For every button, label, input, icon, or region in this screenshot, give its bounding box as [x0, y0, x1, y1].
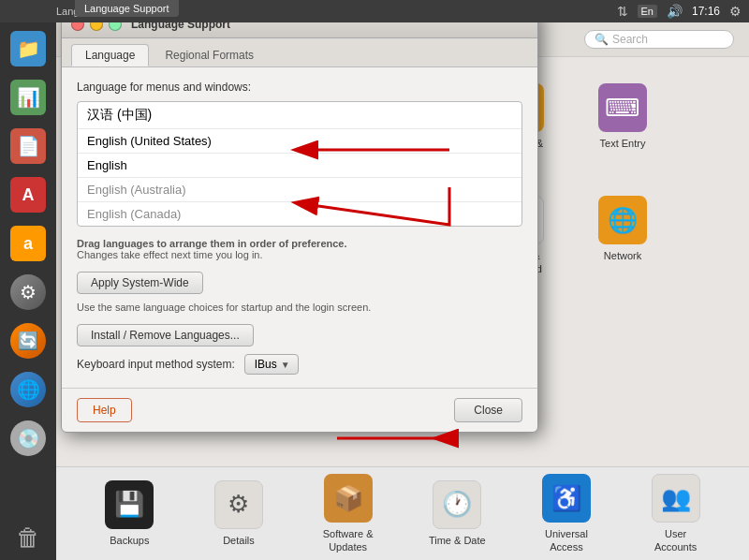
backups-label: Backups: [110, 535, 149, 547]
time-date-label: Time & Date: [429, 535, 486, 547]
search-placeholder: Search: [612, 33, 648, 46]
dialog-tabs: Language Regional Formats: [62, 38, 537, 67]
tooltip-bar: Language Support: [75, 0, 179, 17]
sidebar: 📁 📊 📄 A a ⚙ 🔄 🌐 💿 🗑: [0, 0, 56, 560]
tooltip-text: Language Support: [84, 3, 169, 14]
apply-system-wide-btn[interactable]: Apply System-Wide: [77, 272, 203, 294]
settings-text-entry[interactable]: ⌨ Text Entry: [580, 76, 665, 157]
language-support-dialog: Language Support Language Regional Forma…: [61, 9, 538, 433]
top-bar-right: ⇅ En 🔊 17:16 ⚙: [617, 4, 742, 19]
drag-hint-bold: Drag languages to arrange them in order …: [77, 238, 522, 249]
sidebar-item-document[interactable]: 📄: [6, 124, 51, 169]
software-updates-label: Software &Updates: [323, 528, 374, 553]
sidebar-item-trash[interactable]: 🗑: [6, 515, 51, 560]
keyboard-label: Keyboard input method system:: [77, 358, 235, 371]
settings-details[interactable]: ⚙ Details: [201, 480, 276, 547]
backups-icon: 💾: [114, 490, 144, 519]
settings-universal-access[interactable]: ♿ UniversalAccess: [529, 474, 604, 553]
lang-item-english-au[interactable]: English (Australia): [78, 178, 521, 202]
language-indicator[interactable]: En: [638, 5, 657, 18]
lang-item-english[interactable]: English: [78, 154, 521, 178]
sidebar-item-files[interactable]: 📁: [6, 26, 51, 71]
details-label: Details: [223, 535, 255, 547]
universal-access-icon: ♿: [551, 484, 581, 513]
help-button[interactable]: Help: [77, 398, 132, 422]
close-button[interactable]: Close: [454, 398, 522, 422]
tab-regional-formats[interactable]: Regional Formats: [151, 44, 268, 66]
system-settings-icon[interactable]: ⚙: [729, 4, 742, 19]
dialog-body: Language for menus and windows: 汉语 (中国) …: [62, 67, 537, 388]
lang-item-english-us[interactable]: English (United States): [78, 129, 521, 154]
sidebar-item-font[interactable]: A: [6, 172, 51, 217]
sidebar-item-updater[interactable]: 🔄: [6, 318, 51, 363]
user-accounts-icon: 👥: [661, 484, 691, 513]
details-icon: ⚙: [228, 490, 249, 519]
search-bar[interactable]: 🔍 Search: [584, 30, 734, 49]
select-arrow-icon: ▼: [281, 360, 290, 370]
sidebar-item-amazon[interactable]: a: [6, 221, 51, 266]
settings-backups[interactable]: 💾 Backups: [92, 480, 167, 547]
dialog-footer: Help Close: [62, 388, 537, 432]
keyboard-row: Keyboard input method system: IBus ▼: [77, 354, 522, 375]
apply-hint: Use the same language choices for startu…: [77, 302, 522, 313]
universal-access-label: UniversalAccess: [545, 528, 588, 553]
keyboard-method-select[interactable]: IBus ▼: [244, 354, 299, 375]
lang-item-chinese[interactable]: 汉语 (中国): [78, 102, 521, 129]
sidebar-item-dvd[interactable]: 💿: [6, 416, 51, 461]
text-entry-label: Text Entry: [600, 138, 646, 150]
drag-hint: Drag languages to arrange them in order …: [77, 238, 522, 260]
sort-icon: ⇅: [617, 4, 628, 19]
user-accounts-label: UserAccounts: [654, 528, 697, 553]
install-remove-languages-btn[interactable]: Install / Remove Languages...: [77, 324, 254, 346]
sidebar-item-settings[interactable]: ⚙: [6, 270, 51, 315]
time-date-icon: 🕐: [442, 490, 472, 519]
search-icon: 🔍: [595, 33, 609, 46]
sidebar-item-browser[interactable]: 🌐: [6, 367, 51, 412]
settings-time-date[interactable]: 🕐 Time & Date: [419, 480, 494, 547]
settings-network[interactable]: 🌐 Network: [580, 188, 665, 270]
drag-hint-text: Changes take effect next time you log in…: [77, 249, 263, 260]
tab-language[interactable]: Language: [71, 44, 149, 66]
apply-btn-row: Apply System-Wide: [77, 272, 522, 294]
bottom-icons-row: 💾 Backups ⚙ Details 📦 Software &Updates …: [56, 466, 749, 560]
settings-software-updates[interactable]: 📦 Software &Updates: [311, 474, 386, 553]
settings-user-accounts[interactable]: 👥 UserAccounts: [639, 474, 713, 553]
lang-item-english-ca[interactable]: English (Canada): [78, 202, 521, 226]
software-updates-icon: 📦: [333, 484, 363, 513]
sidebar-item-spreadsheet[interactable]: 📊: [6, 75, 51, 120]
volume-icon: 🔊: [667, 4, 683, 19]
section-label: Language for menus and windows:: [77, 81, 522, 94]
network-label: Network: [604, 250, 641, 262]
install-btn-row: Install / Remove Languages...: [77, 324, 522, 346]
keyboard-value: IBus: [255, 358, 277, 371]
clock: 17:16: [692, 5, 720, 18]
language-list: 汉语 (中国) English (United States) English …: [77, 101, 522, 227]
